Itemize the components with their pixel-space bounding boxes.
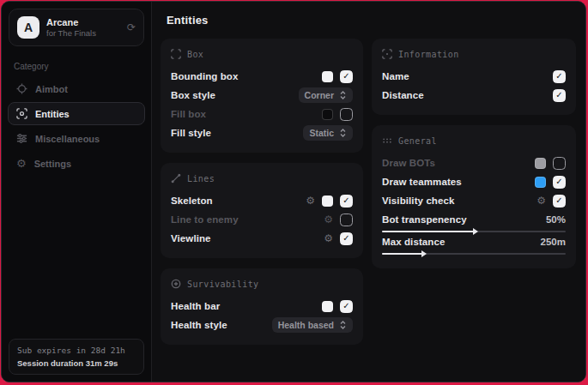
row-health-style: Health style Health based [171, 316, 353, 334]
slider-label: Bot transpenency [382, 214, 467, 225]
row-box-style: Box style Corner [171, 86, 353, 105]
sidebar-item-entities[interactable]: Entities [8, 102, 145, 125]
row-visibility-check: Visibility check ⚙ [382, 191, 566, 210]
row-label: Distance [382, 90, 424, 100]
gear-icon[interactable]: ⚙ [306, 196, 315, 206]
row-draw-bots: Draw BOTs [382, 153, 566, 172]
row-viewline: Viewline ⚙ [171, 229, 353, 248]
row-label: Health bar [171, 301, 220, 311]
app-subtitle: for The Finals [46, 28, 96, 38]
color-swatch[interactable] [322, 301, 333, 312]
row-label: Box style [171, 90, 215, 100]
slider-thumb[interactable] [421, 250, 427, 257]
section-title: Box [187, 50, 203, 59]
checkbox[interactable] [340, 195, 353, 208]
row-label: Viewline [171, 233, 211, 244]
checkbox[interactable] [553, 70, 566, 83]
grid-dots-icon [382, 135, 392, 146]
row-fill-box: Fill box [171, 105, 353, 123]
section-title: Survivability [187, 280, 258, 289]
brand-card: A Arcane for The Finals ⟳ [9, 9, 144, 46]
chevron-updown-icon [339, 91, 347, 99]
row-label: Fill box [171, 109, 206, 119]
slider-label: Max distance [382, 237, 445, 247]
row-distance: Distance [382, 86, 566, 105]
checkbox[interactable] [553, 176, 566, 189]
dropdown-value: Corner [305, 90, 334, 100]
checkbox[interactable] [340, 232, 353, 245]
dropdown-value: Health based [278, 320, 334, 330]
row-label: Fill style [171, 128, 211, 138]
row-bounding-box: Bounding box [171, 67, 353, 86]
sidebar-item-label: Aimbot [35, 84, 68, 94]
box-card: Box Bounding box Box style Corner [161, 39, 363, 153]
checkbox[interactable] [340, 70, 353, 83]
color-swatch[interactable] [322, 71, 333, 82]
row-label: Name [382, 71, 409, 81]
information-card: Information Name Distance [372, 39, 576, 115]
checkbox[interactable] [340, 300, 353, 313]
slider-track[interactable] [382, 231, 566, 232]
bot-transparency-slider: Bot transpenency 50% [382, 214, 566, 232]
color-swatch[interactable] [322, 109, 333, 120]
section-title: General [398, 136, 437, 146]
main-panel: Entities Box Bounding box [152, 2, 585, 382]
color-swatch[interactable] [535, 177, 546, 188]
row-label: Health style [171, 320, 227, 330]
checkbox[interactable] [340, 214, 353, 226]
sidebar-item-label: Miscellaneous [35, 134, 100, 144]
row-name: Name [382, 67, 566, 86]
row-fill-style: Fill style Static [171, 123, 353, 142]
app-window: A Arcane for The Finals ⟳ Category Aimbo… [1, 1, 586, 382]
sidebar-item-aimbot[interactable]: Aimbot [8, 77, 145, 100]
row-label: Visibility check [382, 196, 455, 206]
gear-icon[interactable]: ⚙ [324, 233, 333, 244]
fill-style-dropdown[interactable]: Static [303, 125, 353, 141]
survivability-card: Survivability Health bar Health style He… [161, 268, 363, 345]
chevron-updown-icon [339, 129, 347, 137]
health-style-dropdown[interactable]: Health based [272, 317, 353, 333]
color-swatch[interactable] [535, 158, 546, 169]
refresh-icon[interactable]: ⟳ [127, 22, 136, 33]
health-cross-icon [171, 279, 181, 289]
checkbox[interactable] [553, 89, 566, 102]
slider-track[interactable] [382, 253, 566, 255]
section-title: Information [398, 50, 459, 59]
row-label: Draw BOTs [382, 158, 435, 168]
line-icon [171, 173, 181, 183]
checkbox[interactable] [553, 195, 566, 208]
page-title: Entities [167, 14, 576, 27]
sliders-icon [16, 133, 27, 144]
row-label: Draw teammates [382, 177, 462, 187]
sidebar-item-label: Settings [34, 159, 71, 169]
gear-icon[interactable]: ⚙ [324, 214, 333, 225]
slider-thumb[interactable] [473, 228, 478, 235]
scan-target-icon [382, 49, 392, 59]
row-health-bar: Health bar [171, 297, 353, 316]
subscription-info: Sub expires in 28d 21h Session duration … [9, 339, 144, 375]
sidebar: A Arcane for The Finals ⟳ Category Aimbo… [2, 2, 152, 382]
row-label: Bounding box [171, 71, 239, 81]
sidebar-item-settings[interactable]: ⚙ Settings [8, 152, 145, 175]
general-card: General Draw BOTs Draw teammates [372, 125, 576, 268]
color-swatch[interactable] [322, 196, 333, 207]
sub-expiry-text: Sub expires in 28d 21h [17, 346, 136, 355]
checkbox[interactable] [553, 157, 566, 170]
session-duration-text: Session duration 31m 29s [17, 358, 136, 368]
row-label: Skeleton [171, 196, 213, 206]
slider-value: 250m [541, 237, 566, 247]
row-draw-teammates: Draw teammates [382, 172, 566, 191]
category-label: Category [14, 62, 139, 71]
row-label: Line to enemy [171, 214, 239, 225]
dropdown-value: Static [309, 128, 334, 138]
gear-icon[interactable]: ⚙ [536, 196, 546, 206]
chevron-updown-icon [339, 321, 347, 329]
row-line-to-enemy: Line to enemy ⚙ [171, 210, 353, 229]
section-title: Lines [187, 174, 215, 183]
entities-icon [16, 108, 27, 119]
sidebar-item-miscellaneous[interactable]: Miscellaneous [8, 127, 145, 150]
checkbox[interactable] [340, 108, 353, 121]
lines-card: Lines Skeleton ⚙ Line to enemy ⚙ [161, 163, 363, 258]
box-style-dropdown[interactable]: Corner [299, 87, 353, 103]
max-distance-slider: Max distance 250m [382, 237, 566, 255]
